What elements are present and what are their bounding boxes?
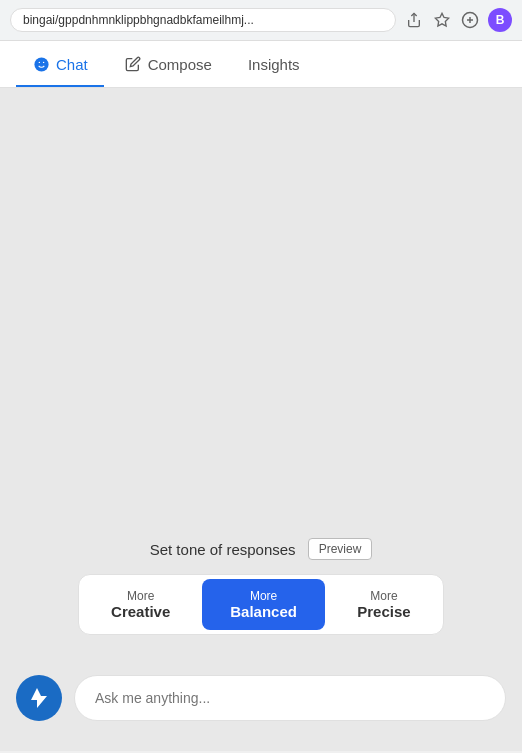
profile-avatar[interactable]: B — [488, 8, 512, 32]
broom-icon — [27, 686, 51, 710]
tone-btn-precise[interactable]: More Precise — [329, 579, 439, 630]
share-icon[interactable] — [404, 10, 424, 30]
tab-insights[interactable]: Insights — [232, 42, 316, 87]
tab-insights-label: Insights — [248, 56, 300, 73]
star-icon[interactable] — [432, 10, 452, 30]
tone-header: Set tone of responses Preview — [150, 538, 373, 560]
tab-compose[interactable]: Compose — [108, 41, 228, 87]
browser-chrome: bingai/gppdnhmnklippbhgnadbkfameilhmj... — [0, 0, 522, 41]
svg-point-5 — [34, 57, 48, 71]
tone-creative-main: Creative — [111, 603, 170, 620]
tone-precise-top: More — [370, 589, 397, 603]
tone-buttons-group: More Creative More Balanced More Precise — [78, 574, 444, 635]
input-area — [0, 665, 522, 731]
copilot-button[interactable] — [16, 675, 62, 721]
tab-compose-label: Compose — [148, 56, 212, 73]
tone-heading: Set tone of responses — [150, 541, 296, 558]
extension-icon[interactable] — [460, 10, 480, 30]
preview-button[interactable]: Preview — [308, 538, 373, 560]
app-tabs: Chat Compose Insights — [0, 41, 522, 88]
tone-balanced-main: Balanced — [230, 603, 297, 620]
browser-actions: B — [404, 8, 512, 32]
tone-btn-creative[interactable]: More Creative — [83, 579, 198, 630]
tone-btn-balanced[interactable]: More Balanced — [202, 579, 325, 630]
tab-chat[interactable]: Chat — [16, 41, 104, 87]
tone-section: Set tone of responses Preview More Creat… — [0, 538, 522, 635]
tone-precise-main: Precise — [357, 603, 410, 620]
tone-creative-top: More — [127, 589, 154, 603]
tab-chat-label: Chat — [56, 56, 88, 73]
url-bar[interactable]: bingai/gppdnhmnklippbhgnadbkfameilhmj... — [10, 8, 396, 32]
compose-icon — [124, 55, 142, 73]
address-bar: bingai/gppdnhmnklippbhgnadbkfameilhmj... — [0, 0, 522, 40]
main-content: Set tone of responses Preview More Creat… — [0, 88, 522, 751]
chat-icon — [32, 55, 50, 73]
svg-marker-1 — [435, 13, 448, 26]
chat-input[interactable] — [74, 675, 506, 721]
tone-balanced-top: More — [250, 589, 277, 603]
